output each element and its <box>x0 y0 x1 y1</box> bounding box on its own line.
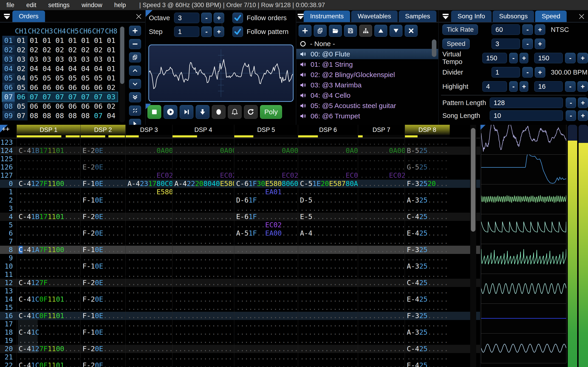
order-cell[interactable]: 08 <box>53 111 66 120</box>
pattern-cell[interactable]: ........... <box>405 254 450 262</box>
pattern-cell[interactable]: ........... <box>125 295 172 303</box>
order-cell[interactable]: 08 <box>40 111 53 120</box>
pattern-row-4[interactable]: 4C-41B171101....F-20E...................… <box>0 213 480 221</box>
order-cell[interactable]: 06 <box>79 102 92 111</box>
pattern-cell[interactable]: ........... <box>80 270 125 279</box>
pattern-cell[interactable]: ............... <box>172 204 234 213</box>
pattern-cell[interactable]: ............... <box>17 237 80 246</box>
pattern-cell[interactable]: ............... <box>298 287 358 295</box>
order-row-08[interactable]: 080506060606060602 <box>2 102 118 111</box>
highlight-minor-input[interactable]: 4 <box>482 81 507 92</box>
pattern-cell[interactable]: ............... <box>234 163 298 171</box>
pattern-cell[interactable]: ............... <box>298 163 358 171</box>
pattern-cell[interactable]: ...........0A00 <box>298 147 358 155</box>
pattern-row-21[interactable]: 21......................................… <box>0 353 480 361</box>
pattern-cell[interactable]: E-425...... <box>405 361 450 367</box>
pattern-editor[interactable]: ++ DSP 1DSP 2DSP 3DSP 4DSP 5DSP 6DSP 7DS… <box>0 125 480 367</box>
pattern-cell[interactable]: C-41C0F1101.... <box>17 312 80 320</box>
pattern-cell[interactable]: ............... <box>17 262 80 270</box>
order-cell[interactable]: 04 <box>92 64 105 73</box>
order-cell[interactable]: 08 <box>79 111 92 120</box>
order-cell[interactable]: 02 <box>15 64 27 73</box>
order-cell[interactable]: 06 <box>27 102 40 111</box>
order-cell[interactable]: 05 <box>53 73 66 83</box>
pattern-cell[interactable]: ............... <box>234 295 298 303</box>
pattern-cell[interactable]: ............... <box>17 171 80 180</box>
tick-rate-minus-button[interactable]: - <box>522 24 533 35</box>
order-cell[interactable]: 07 <box>79 92 92 102</box>
tab-speed[interactable]: Speed <box>535 10 567 22</box>
pattern-cell[interactable]: ........... <box>358 320 405 328</box>
pattern-cell[interactable]: ........... <box>125 163 172 171</box>
pattern-cell[interactable]: .......0A00 <box>125 147 172 155</box>
pattern-cell[interactable]: ........... <box>405 320 450 328</box>
pattern-row-10[interactable]: 10...............F-10E..................… <box>0 262 480 270</box>
pattern-cell[interactable]: ............... <box>172 237 234 246</box>
channel-header-7[interactable]: DSP 7 <box>358 125 405 135</box>
pattern-cell[interactable]: C-4127F........ <box>17 279 80 287</box>
pattern-cell[interactable]: ............... <box>172 295 234 303</box>
pattern-cell[interactable]: ........... <box>358 262 405 270</box>
pattern-cell[interactable]: ............... <box>234 204 298 213</box>
pattern-cell[interactable]: ........... <box>125 204 172 213</box>
pattern-cell[interactable]: E-425...... <box>405 295 450 303</box>
pattern-cell[interactable]: ............... <box>234 279 298 287</box>
pattern-cell[interactable]: ............... <box>234 246 298 254</box>
pattern-cell[interactable]: ............... <box>17 138 80 147</box>
pattern-cell[interactable]: ............... <box>298 353 358 361</box>
pattern-cell[interactable]: ............... <box>172 303 234 312</box>
order-cell[interactable]: 03 <box>15 55 27 64</box>
menu-window[interactable]: window <box>82 2 102 9</box>
order-cell[interactable]: 03 <box>92 55 105 64</box>
pattern-cell[interactable]: ........... <box>125 254 172 262</box>
pattern-cell[interactable]: ........... <box>80 237 125 246</box>
order-cell[interactable]: 06 <box>66 102 79 111</box>
add-order-button[interactable] <box>129 26 141 36</box>
pattern-cell[interactable]: ........... <box>125 320 172 328</box>
order-cell[interactable]: 07 <box>15 111 27 120</box>
pattern-cell[interactable]: ........... <box>358 361 405 367</box>
order-cell[interactable]: 04 <box>15 73 27 83</box>
order-cell[interactable]: 07 <box>92 92 105 102</box>
pattern-cell[interactable]: ............... <box>17 287 80 295</box>
order-pointer-icon[interactable] <box>129 119 141 125</box>
octave-input[interactable]: 3 <box>174 13 199 23</box>
pattern-cell[interactable]: ........... <box>125 312 172 320</box>
tab-subsongs[interactable]: Subsongs <box>493 10 534 22</box>
pattern-cell[interactable]: C-425...... <box>405 213 450 221</box>
speed-input[interactable]: 3 <box>492 39 520 49</box>
instrument-item-00[interactable]: 00: @0 Flute <box>296 49 438 59</box>
pattern-row-17[interactable]: 17......................................… <box>0 320 480 328</box>
pattern-cell[interactable]: D-61F.......... <box>234 196 298 204</box>
pattern-cell[interactable]: D-5............ <box>298 196 358 204</box>
pattern-cell[interactable]: ........... <box>358 155 405 163</box>
pattern-cell[interactable]: A-325...... <box>405 196 450 204</box>
pattern-cell[interactable]: A-422208040E580 <box>172 180 234 188</box>
order-cell[interactable]: 06 <box>53 102 66 111</box>
virtual-tempo-num-input[interactable]: 150 <box>482 53 507 63</box>
pattern-cell[interactable]: ........... <box>125 262 172 270</box>
tab-song-info[interactable]: Song Info <box>451 10 492 22</box>
pattern-row-16[interactable]: 16C-41C0F1101....F-10E..................… <box>0 312 480 320</box>
order-cell[interactable]: 03 <box>105 92 118 102</box>
pattern-cell[interactable]: ........... <box>358 270 405 279</box>
pattern-cell[interactable]: ........... <box>125 279 172 287</box>
pattern-row-8[interactable]: 8C-41A7F1100....F-10E...................… <box>0 246 480 254</box>
pattern-cell[interactable]: ............... <box>17 221 80 229</box>
order-cell[interactable]: 05 <box>15 102 27 111</box>
pattern-row-123[interactable]: 123.....................................… <box>0 138 480 147</box>
order-cell[interactable]: 02 <box>105 83 118 92</box>
tick-rate-label[interactable]: Tick Rate <box>442 24 478 35</box>
pattern-cell[interactable]: ........... <box>405 336 450 345</box>
order-cell[interactable]: 04 <box>53 64 66 73</box>
pattern-cell[interactable]: ............... <box>17 155 80 163</box>
repeat-pattern-icon[interactable] <box>244 105 258 119</box>
order-cell[interactable]: 01 <box>105 36 118 45</box>
pattern-cell[interactable]: A-4231780C0 <box>125 180 172 188</box>
pattern-cell[interactable]: C-425...... <box>405 279 450 287</box>
virtual-tempo-den-minus[interactable]: - <box>565 53 576 63</box>
pattern-cell[interactable]: ........... <box>358 204 405 213</box>
order-cell[interactable]: 01 <box>66 36 79 45</box>
pattern-cell[interactable]: F-20E...... <box>80 295 125 303</box>
pattern-cell[interactable]: ............... <box>234 345 298 353</box>
